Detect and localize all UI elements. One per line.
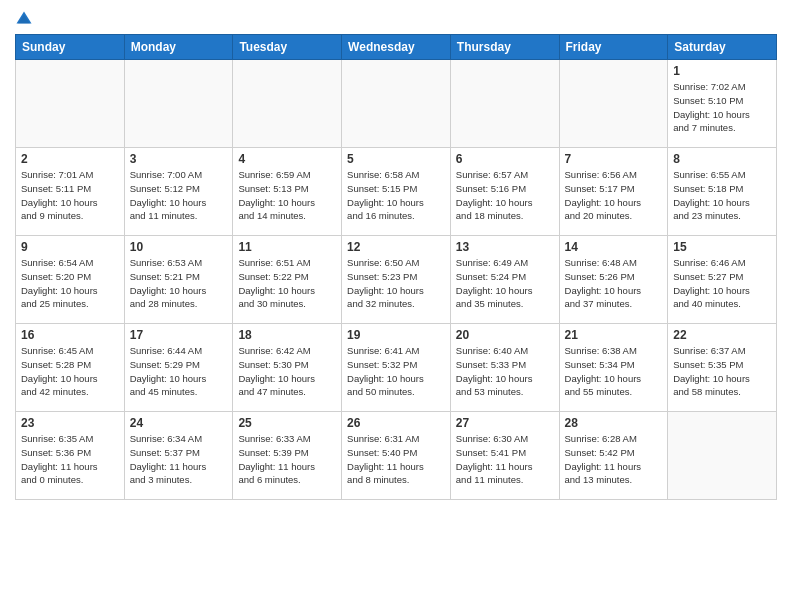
day-info: Sunrise: 6:40 AM Sunset: 5:33 PM Dayligh… <box>456 344 554 399</box>
day-number: 18 <box>238 328 336 342</box>
day-info: Sunrise: 6:44 AM Sunset: 5:29 PM Dayligh… <box>130 344 228 399</box>
day-info: Sunrise: 6:48 AM Sunset: 5:26 PM Dayligh… <box>565 256 663 311</box>
calendar-cell: 4Sunrise: 6:59 AM Sunset: 5:13 PM Daylig… <box>233 148 342 236</box>
day-info: Sunrise: 6:51 AM Sunset: 5:22 PM Dayligh… <box>238 256 336 311</box>
day-info: Sunrise: 6:35 AM Sunset: 5:36 PM Dayligh… <box>21 432 119 487</box>
calendar-cell: 10Sunrise: 6:53 AM Sunset: 5:21 PM Dayli… <box>124 236 233 324</box>
calendar-cell: 22Sunrise: 6:37 AM Sunset: 5:35 PM Dayli… <box>668 324 777 412</box>
day-number: 20 <box>456 328 554 342</box>
calendar-cell <box>124 60 233 148</box>
day-number: 3 <box>130 152 228 166</box>
calendar-cell: 8Sunrise: 6:55 AM Sunset: 5:18 PM Daylig… <box>668 148 777 236</box>
day-info: Sunrise: 6:49 AM Sunset: 5:24 PM Dayligh… <box>456 256 554 311</box>
day-number: 7 <box>565 152 663 166</box>
day-info: Sunrise: 6:30 AM Sunset: 5:41 PM Dayligh… <box>456 432 554 487</box>
weekday-header-sunday: Sunday <box>16 35 125 60</box>
day-number: 11 <box>238 240 336 254</box>
day-info: Sunrise: 6:57 AM Sunset: 5:16 PM Dayligh… <box>456 168 554 223</box>
calendar-table: SundayMondayTuesdayWednesdayThursdayFrid… <box>15 34 777 500</box>
day-number: 5 <box>347 152 445 166</box>
day-number: 15 <box>673 240 771 254</box>
calendar-cell: 23Sunrise: 6:35 AM Sunset: 5:36 PM Dayli… <box>16 412 125 500</box>
calendar-cell <box>559 60 668 148</box>
day-info: Sunrise: 6:38 AM Sunset: 5:34 PM Dayligh… <box>565 344 663 399</box>
calendar-cell: 24Sunrise: 6:34 AM Sunset: 5:37 PM Dayli… <box>124 412 233 500</box>
day-number: 22 <box>673 328 771 342</box>
day-number: 16 <box>21 328 119 342</box>
day-info: Sunrise: 6:33 AM Sunset: 5:39 PM Dayligh… <box>238 432 336 487</box>
calendar-cell: 21Sunrise: 6:38 AM Sunset: 5:34 PM Dayli… <box>559 324 668 412</box>
day-number: 14 <box>565 240 663 254</box>
day-info: Sunrise: 7:02 AM Sunset: 5:10 PM Dayligh… <box>673 80 771 135</box>
day-info: Sunrise: 6:50 AM Sunset: 5:23 PM Dayligh… <box>347 256 445 311</box>
day-info: Sunrise: 6:54 AM Sunset: 5:20 PM Dayligh… <box>21 256 119 311</box>
day-info: Sunrise: 6:53 AM Sunset: 5:21 PM Dayligh… <box>130 256 228 311</box>
day-number: 21 <box>565 328 663 342</box>
day-number: 4 <box>238 152 336 166</box>
day-number: 27 <box>456 416 554 430</box>
day-number: 23 <box>21 416 119 430</box>
calendar-cell: 15Sunrise: 6:46 AM Sunset: 5:27 PM Dayli… <box>668 236 777 324</box>
day-info: Sunrise: 6:55 AM Sunset: 5:18 PM Dayligh… <box>673 168 771 223</box>
calendar-cell: 13Sunrise: 6:49 AM Sunset: 5:24 PM Dayli… <box>450 236 559 324</box>
weekday-header-thursday: Thursday <box>450 35 559 60</box>
header <box>15 10 777 28</box>
calendar-cell: 18Sunrise: 6:42 AM Sunset: 5:30 PM Dayli… <box>233 324 342 412</box>
day-number: 13 <box>456 240 554 254</box>
calendar-cell: 26Sunrise: 6:31 AM Sunset: 5:40 PM Dayli… <box>342 412 451 500</box>
day-number: 10 <box>130 240 228 254</box>
day-number: 12 <box>347 240 445 254</box>
calendar-cell: 6Sunrise: 6:57 AM Sunset: 5:16 PM Daylig… <box>450 148 559 236</box>
weekday-header-row: SundayMondayTuesdayWednesdayThursdayFrid… <box>16 35 777 60</box>
calendar-cell: 25Sunrise: 6:33 AM Sunset: 5:39 PM Dayli… <box>233 412 342 500</box>
weekday-header-wednesday: Wednesday <box>342 35 451 60</box>
logo-icon <box>15 10 33 28</box>
day-number: 25 <box>238 416 336 430</box>
calendar-cell: 2Sunrise: 7:01 AM Sunset: 5:11 PM Daylig… <box>16 148 125 236</box>
day-info: Sunrise: 6:37 AM Sunset: 5:35 PM Dayligh… <box>673 344 771 399</box>
weekday-header-friday: Friday <box>559 35 668 60</box>
calendar-cell: 17Sunrise: 6:44 AM Sunset: 5:29 PM Dayli… <box>124 324 233 412</box>
day-info: Sunrise: 6:45 AM Sunset: 5:28 PM Dayligh… <box>21 344 119 399</box>
day-number: 17 <box>130 328 228 342</box>
calendar-cell: 12Sunrise: 6:50 AM Sunset: 5:23 PM Dayli… <box>342 236 451 324</box>
calendar-cell <box>668 412 777 500</box>
calendar-cell: 3Sunrise: 7:00 AM Sunset: 5:12 PM Daylig… <box>124 148 233 236</box>
week-row-4: 16Sunrise: 6:45 AM Sunset: 5:28 PM Dayli… <box>16 324 777 412</box>
week-row-1: 1Sunrise: 7:02 AM Sunset: 5:10 PM Daylig… <box>16 60 777 148</box>
calendar-cell: 20Sunrise: 6:40 AM Sunset: 5:33 PM Dayli… <box>450 324 559 412</box>
week-row-2: 2Sunrise: 7:01 AM Sunset: 5:11 PM Daylig… <box>16 148 777 236</box>
day-number: 2 <box>21 152 119 166</box>
day-info: Sunrise: 6:31 AM Sunset: 5:40 PM Dayligh… <box>347 432 445 487</box>
calendar-cell: 7Sunrise: 6:56 AM Sunset: 5:17 PM Daylig… <box>559 148 668 236</box>
day-info: Sunrise: 6:41 AM Sunset: 5:32 PM Dayligh… <box>347 344 445 399</box>
calendar-cell: 19Sunrise: 6:41 AM Sunset: 5:32 PM Dayli… <box>342 324 451 412</box>
calendar-cell <box>450 60 559 148</box>
weekday-header-saturday: Saturday <box>668 35 777 60</box>
calendar-cell <box>16 60 125 148</box>
calendar-cell: 14Sunrise: 6:48 AM Sunset: 5:26 PM Dayli… <box>559 236 668 324</box>
week-row-5: 23Sunrise: 6:35 AM Sunset: 5:36 PM Dayli… <box>16 412 777 500</box>
calendar-cell: 27Sunrise: 6:30 AM Sunset: 5:41 PM Dayli… <box>450 412 559 500</box>
day-info: Sunrise: 6:56 AM Sunset: 5:17 PM Dayligh… <box>565 168 663 223</box>
day-info: Sunrise: 6:58 AM Sunset: 5:15 PM Dayligh… <box>347 168 445 223</box>
day-number: 26 <box>347 416 445 430</box>
calendar-cell: 28Sunrise: 6:28 AM Sunset: 5:42 PM Dayli… <box>559 412 668 500</box>
day-info: Sunrise: 6:59 AM Sunset: 5:13 PM Dayligh… <box>238 168 336 223</box>
day-number: 8 <box>673 152 771 166</box>
day-info: Sunrise: 6:46 AM Sunset: 5:27 PM Dayligh… <box>673 256 771 311</box>
day-number: 6 <box>456 152 554 166</box>
calendar-cell: 16Sunrise: 6:45 AM Sunset: 5:28 PM Dayli… <box>16 324 125 412</box>
day-number: 28 <box>565 416 663 430</box>
calendar-cell <box>233 60 342 148</box>
week-row-3: 9Sunrise: 6:54 AM Sunset: 5:20 PM Daylig… <box>16 236 777 324</box>
page: SundayMondayTuesdayWednesdayThursdayFrid… <box>0 0 792 612</box>
day-number: 19 <box>347 328 445 342</box>
day-info: Sunrise: 7:01 AM Sunset: 5:11 PM Dayligh… <box>21 168 119 223</box>
logo <box>15 10 37 28</box>
day-info: Sunrise: 7:00 AM Sunset: 5:12 PM Dayligh… <box>130 168 228 223</box>
calendar-cell: 11Sunrise: 6:51 AM Sunset: 5:22 PM Dayli… <box>233 236 342 324</box>
calendar-cell <box>342 60 451 148</box>
calendar-cell: 5Sunrise: 6:58 AM Sunset: 5:15 PM Daylig… <box>342 148 451 236</box>
day-number: 1 <box>673 64 771 78</box>
